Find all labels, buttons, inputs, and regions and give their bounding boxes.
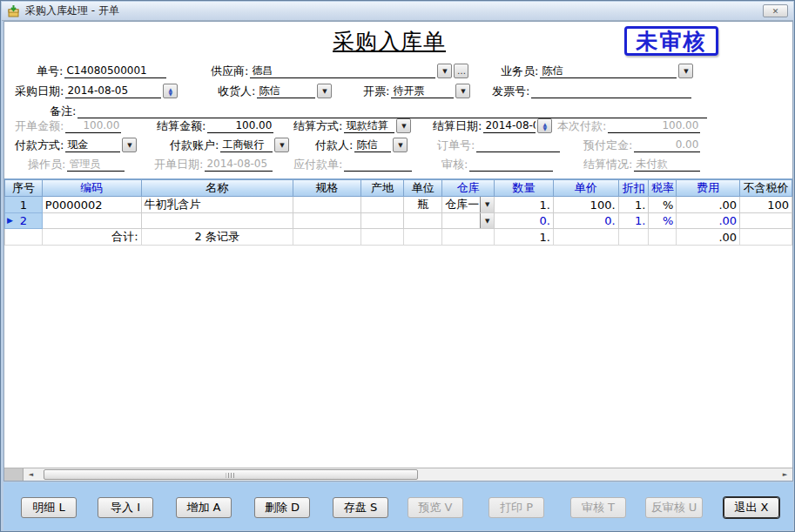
unit-cell[interactable]: 瓶 (404, 197, 442, 213)
grid-summary-row: 合计: 2 条记录 1. .00 (5, 229, 792, 246)
form-panel: 采购入库单 未审核 单号: C14080500001 供应商: 德昌 ▼ … 业… (3, 21, 793, 481)
bottom-button-bar: 明细 L 导入 I 增加 A 删除 D 存盘 S 预览 V 打印 P 审核 T … (3, 482, 793, 530)
import-button[interactable]: 导入 I (98, 497, 153, 518)
summary-record-count: 2 条记录 (141, 229, 293, 246)
salesman-label: 业务员: (501, 64, 540, 78)
salesman-dropdown-icon[interactable]: ▼ (678, 64, 693, 78)
code-cell[interactable]: P0000002 (42, 197, 141, 213)
row-seq-cell[interactable]: 1 (5, 197, 43, 213)
operator-value: 管理员 (67, 158, 125, 172)
receiver-input[interactable]: 陈信 (257, 84, 315, 98)
supplier-dropdown-icon[interactable]: ▼ (437, 64, 452, 78)
save-button[interactable]: 存盘 S (333, 497, 388, 518)
pay-account-input[interactable]: 工商银行 (220, 138, 273, 152)
settle-date-input[interactable]: 2014-08-05 (483, 119, 536, 133)
purchase-date-spinner[interactable]: ▲▼ (163, 84, 178, 98)
remark-input[interactable] (77, 104, 707, 118)
settle-status-value: 未付款 (634, 158, 700, 172)
fee-cell[interactable]: .00 (677, 213, 740, 229)
items-grid: 序号 编码 名称 规格 产地 单位 仓库 数量 单价 折扣 税率 费用 不含税价… (4, 178, 792, 246)
purchase-date-input[interactable]: 2014-08-05 (65, 84, 161, 98)
pay-method-dropdown-icon[interactable]: ▼ (122, 138, 137, 152)
close-icon[interactable]: ✕ (763, 4, 788, 17)
payable-bill-label: 应付款单: (293, 158, 344, 172)
audit-label: 审核: (441, 158, 469, 172)
price-cell[interactable]: 100. (553, 197, 618, 213)
name-cell[interactable] (141, 213, 293, 229)
payer-input[interactable]: 陈信 (354, 138, 391, 152)
bill-amount-label: 开单金额: (15, 119, 65, 133)
tax-cell[interactable]: % (649, 213, 677, 229)
pay-account-label: 付款账户: (170, 138, 220, 152)
warehouse-dropdown-icon[interactable]: ▼ (480, 197, 494, 212)
unit-cell[interactable] (404, 213, 442, 229)
order-no-input[interactable]: C14080500001 (64, 64, 166, 78)
fee-cell[interactable]: .00 (677, 197, 740, 213)
audit-value (469, 158, 553, 172)
pay-account-dropdown-icon[interactable]: ▼ (274, 138, 289, 152)
supplier-browse-button[interactable]: … (454, 64, 468, 78)
invoice-status-input[interactable]: 待开票 (391, 84, 454, 98)
payer-dropdown-icon[interactable]: ▼ (393, 138, 408, 152)
name-cell[interactable]: 牛初乳含片 (141, 197, 293, 213)
salesman-input[interactable]: 陈信 (540, 64, 677, 78)
settle-amount-input[interactable]: 100.00 (207, 119, 273, 133)
col-header-fee: 费用 (677, 179, 740, 197)
warehouse-dropdown-icon[interactable]: ▼ (480, 213, 494, 228)
spin-down-icon[interactable]: ▼ (543, 126, 548, 131)
pay-method-input[interactable]: 现金 (65, 138, 120, 152)
scroll-right-icon[interactable]: ► (778, 468, 792, 481)
receiver-dropdown-icon[interactable]: ▼ (317, 84, 332, 98)
warehouse-cell[interactable]: ▼ (442, 213, 495, 229)
discount-cell[interactable]: 1. (618, 197, 649, 213)
field-purchase-date: 采购日期: 2014-08-05 ▲▼ (15, 84, 178, 98)
scrollbar-corner (4, 468, 24, 481)
qty-cell[interactable]: 0. (495, 213, 554, 229)
settle-method-dropdown-icon[interactable]: ▼ (396, 118, 411, 133)
horizontal-scrollbar[interactable]: ◄ ► (4, 468, 792, 481)
tax-cell[interactable]: % (649, 197, 677, 213)
operator-label: 操作员: (28, 158, 67, 172)
qty-cell[interactable]: 1. (495, 197, 554, 213)
scrollbar-thumb[interactable] (44, 469, 418, 480)
grid-row-2-active: ▶2 ▼ 0. 0. 1. % .00 (5, 213, 792, 229)
field-payable-bill: 应付款单: (293, 157, 412, 172)
detail-button[interactable]: 明细 L (21, 497, 77, 518)
code-cell[interactable] (42, 213, 141, 229)
invoice-no-input[interactable] (531, 84, 691, 98)
field-prepaid-deposit: 预付定金: 0.00 (583, 138, 700, 152)
settle-date-spinner[interactable]: ▲▼ (537, 118, 552, 133)
origin-cell[interactable] (360, 197, 404, 213)
audit-button: 审核 T (570, 497, 626, 518)
summary-empty (553, 229, 618, 246)
origin-cell[interactable] (360, 213, 404, 229)
pay-method-label: 付款方式: (15, 138, 65, 152)
field-order-no: 单号: C14080500001 (37, 64, 166, 78)
row-seq-cell[interactable]: ▶2 (5, 213, 43, 229)
grid-row-1: 1 P0000002 牛初乳含片 瓶 仓库一▼ 1. 100. 1. % .00… (5, 197, 792, 213)
invoice-status-dropdown-icon[interactable]: ▼ (455, 84, 470, 98)
spec-cell[interactable] (293, 197, 360, 213)
exit-button[interactable]: 退出 X (724, 497, 779, 518)
field-supplier: 供应商: 德昌 ▼ … (211, 64, 468, 78)
settle-method-input[interactable]: 现款结算 (344, 119, 394, 133)
spin-down-icon[interactable]: ▼ (169, 91, 173, 96)
add-button[interactable]: 增加 A (176, 497, 232, 518)
net-cell[interactable]: 100 (740, 197, 792, 213)
supplier-input[interactable]: 德昌 (250, 64, 435, 78)
prepaid-deposit-label: 预付定金: (583, 138, 634, 152)
delete-button[interactable]: 删除 D (254, 497, 310, 518)
warehouse-value: 仓库一 (445, 198, 479, 211)
field-current-payment: 本次付款: 100.00 (557, 118, 700, 133)
scroll-left-icon[interactable]: ◄ (24, 468, 38, 481)
discount-cell[interactable]: 1. (618, 213, 649, 229)
summary-label: 合计: (42, 229, 141, 246)
price-cell[interactable]: 0. (553, 213, 618, 229)
bill-date-label: 开单日期: (154, 158, 205, 172)
bill-amount-value: 100.00 (65, 119, 121, 133)
warehouse-cell[interactable]: 仓库一▼ (442, 197, 495, 213)
col-header-net: 不含税价 (740, 179, 792, 197)
field-payer: 付款人: 陈信 ▼ (315, 138, 408, 152)
spec-cell[interactable] (293, 213, 360, 229)
net-cell[interactable] (740, 213, 792, 229)
